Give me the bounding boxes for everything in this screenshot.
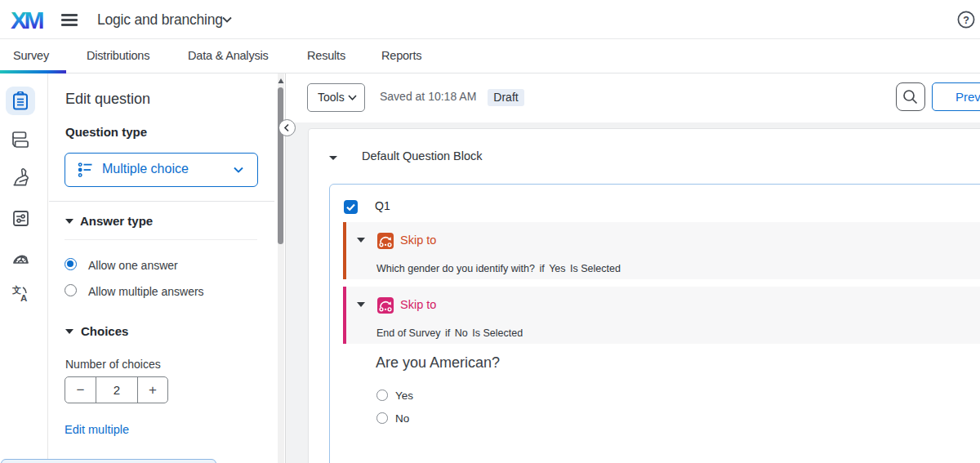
- svg-text:A: A: [20, 293, 27, 303]
- svg-text:?: ?: [963, 15, 969, 26]
- svg-text:XM: XM: [11, 8, 43, 29]
